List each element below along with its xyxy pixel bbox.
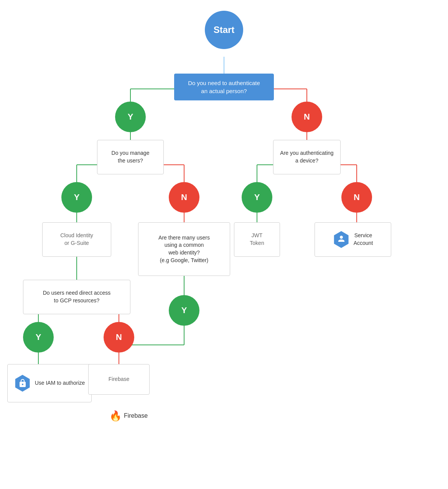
service-account-icon — [333, 231, 350, 248]
q2-node: Do you managethe users? — [97, 140, 164, 174]
q5-node: Do users need direct accessto GCP resour… — [23, 280, 130, 314]
cloud-identity-node: Cloud Identityor G-Suite — [42, 222, 111, 257]
service-account-node: ServiceAccount — [315, 222, 391, 257]
iam-icon — [14, 375, 31, 392]
q4-node: Are there many usersusing a commonweb id… — [138, 222, 230, 276]
n4-node: N — [104, 322, 134, 353]
firebase-box-node: Firebase — [88, 364, 150, 395]
y2-node: Y — [61, 182, 92, 213]
y3-node: Y — [242, 182, 272, 213]
q3-node: Are you authenticatinga device? — [273, 140, 341, 174]
n1-node: N — [292, 102, 322, 132]
use-iam-node: Use IAM to authorize — [7, 364, 92, 402]
n2-node: N — [169, 182, 199, 213]
y1-node: Y — [115, 102, 146, 132]
start-node: Start — [205, 11, 243, 49]
firebase-label-node: 🔥 Firebase — [98, 406, 159, 425]
n3-node: N — [341, 182, 372, 213]
y5-node: Y — [169, 295, 199, 326]
flowchart: Start Do you need to authenticatean actu… — [0, 0, 448, 489]
y4-node: Y — [23, 322, 54, 353]
jwt-token-node: JWTToken — [234, 222, 280, 257]
q1-node: Do you need to authenticatean actual per… — [174, 74, 274, 100]
